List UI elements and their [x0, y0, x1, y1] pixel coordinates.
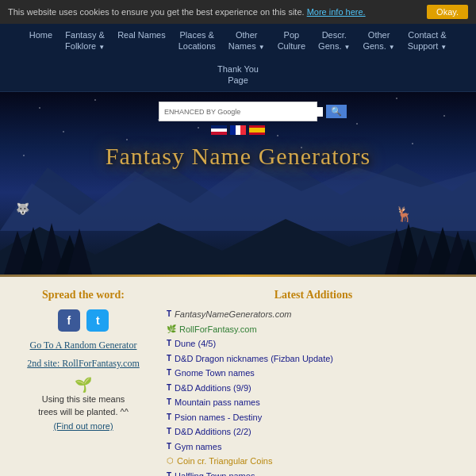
list-item: T Dune (4/5): [167, 337, 460, 351]
social-icons: f t: [16, 309, 151, 332]
coin-icon: ⬡: [167, 455, 174, 466]
list-item: T D&D Additions (2/2): [167, 425, 460, 439]
random-generator-link: Go To A Random Generator: [16, 340, 151, 351]
enhanced-by-text: ENHANCED BY Google: [164, 108, 240, 116]
nav-home[interactable]: Home: [23, 24, 59, 58]
cookie-ok-button[interactable]: Okay.: [427, 5, 468, 19]
list-item: T D&D Dragon nicknames (Fizban Update): [167, 352, 460, 366]
nav-real-names[interactable]: Real Names: [111, 24, 172, 58]
search-button[interactable]: 🔍: [326, 105, 347, 118]
list-item: 🌿 RollForFantasy.com: [167, 323, 460, 336]
eco-leaf-icon: 🌿: [167, 323, 176, 335]
latest-additions-list: T FantasyNameGenerators.com 🌿 RollForFan…: [167, 308, 460, 476]
list-item: T Gym names: [167, 440, 460, 454]
go-random-link[interactable]: Go To A Random Generator: [16, 340, 151, 351]
nav-places-locations[interactable]: Places &Locations: [172, 24, 222, 58]
eco-find-out-link[interactable]: (Find out more): [53, 421, 113, 431]
t-icon: T: [167, 440, 171, 452]
rollfor-fantasy-link[interactable]: 2nd site: RollForFantasy.com: [16, 358, 151, 370]
navbar: Home Fantasy &Folklore ▼ Real Names Plac…: [0, 24, 476, 92]
nav-descr-gens[interactable]: Descr.Gens. ▼: [312, 24, 356, 58]
list-item: T Gnome Town names: [167, 367, 460, 380]
t-icon: T: [167, 382, 171, 393]
cookie-text: This website uses cookies to ensure you …: [8, 7, 366, 17]
nav-other-gens[interactable]: OtherGens. ▼: [356, 24, 401, 58]
cookie-more-link[interactable]: More info here.: [307, 7, 366, 17]
addition-halfling-town[interactable]: Halfling Town names: [175, 470, 255, 476]
addition-dune[interactable]: Dune (4/5): [175, 337, 216, 351]
flag-french[interactable]: [230, 125, 246, 135]
t-icon: T: [167, 411, 171, 423]
t-icon: T: [167, 308, 171, 320]
nav-thank-you[interactable]: Thank YouPage: [211, 58, 265, 92]
deer-silhouette: 🦌: [395, 205, 413, 223]
addition-dnd-2-2[interactable]: D&D Additions (2/2): [175, 425, 251, 439]
trees-left: [0, 195, 95, 274]
list-item: T Mountain pass names: [167, 396, 460, 409]
addition-triangular-coins[interactable]: Coin cr. Triangular Coins: [177, 455, 272, 468]
t-icon: T: [167, 396, 171, 408]
site-link-fng[interactable]: FantasyNameGenerators.com: [175, 308, 291, 321]
addition-mountain-pass[interactable]: Mountain pass names: [175, 396, 260, 409]
left-column: Spread the word: f t Go To A Random Gene…: [16, 289, 159, 432]
site-title: Fantasy Name Generators: [106, 143, 371, 170]
facebook-button[interactable]: f: [58, 309, 80, 332]
cookie-banner: This website uses cookies to ensure you …: [0, 0, 476, 24]
flag-english[interactable]: [211, 125, 227, 135]
list-item: T D&D Additions (9/9): [167, 382, 460, 395]
site-link-rff[interactable]: RollForFantasy.com: [179, 323, 257, 336]
t-icon: T: [167, 470, 171, 476]
t-icon: T: [167, 352, 171, 364]
nav-other-names[interactable]: OtherNames ▼: [222, 24, 271, 58]
addition-dnd-dragon[interactable]: D&D Dragon nicknames (Fizban Update): [175, 352, 333, 366]
nav-pop-culture[interactable]: PopCulture: [271, 24, 312, 58]
eco-text: Using this site meanstrees will be plant…: [16, 393, 151, 418]
twitter-button[interactable]: t: [86, 309, 109, 332]
nav-fantasy-folklore[interactable]: Fantasy &Folklore ▼: [59, 24, 111, 58]
addition-gym-names[interactable]: Gym names: [175, 440, 221, 454]
search-input[interactable]: [244, 107, 323, 117]
spread-title: Spread the word:: [16, 289, 151, 301]
list-item: T Halfling Town names: [167, 470, 460, 476]
main-content: Spread the word: f t Go To A Random Gene…: [0, 277, 476, 476]
wolf-silhouette: 🐺: [16, 202, 29, 215]
addition-psion-destiny[interactable]: Psion names - Destiny: [175, 411, 262, 424]
list-item: ⬡ Coin cr. Triangular Coins: [167, 455, 460, 468]
list-item: T FantasyNameGenerators.com: [167, 308, 460, 321]
right-column: Latest Additions T FantasyNameGenerators…: [167, 289, 460, 476]
flag-spanish[interactable]: [249, 125, 265, 135]
nav-contact-support[interactable]: Contact &Support ▼: [401, 24, 454, 58]
t-icon: T: [167, 337, 171, 349]
second-site-link: 2nd site: RollForFantasy.com: [16, 358, 151, 370]
eco-section: 🌱 Using this site meanstrees will be pla…: [16, 376, 151, 432]
search-bar: ENHANCED BY Google 🔍: [159, 102, 317, 121]
eco-icon: 🌱: [16, 376, 151, 393]
addition-dnd-9-9[interactable]: D&D Additions (9/9): [175, 382, 251, 395]
list-item: T Psion names - Destiny: [167, 411, 460, 424]
addition-gnome-town[interactable]: Gnome Town names: [175, 367, 255, 380]
latest-additions-title: Latest Additions: [167, 289, 460, 301]
t-icon: T: [167, 367, 171, 378]
language-flags: [211, 125, 265, 135]
hero-section: 🐺 🦌 ENHANCED BY Google 🔍 Fantasy Name Ge…: [0, 92, 476, 274]
t-icon: T: [167, 425, 171, 437]
